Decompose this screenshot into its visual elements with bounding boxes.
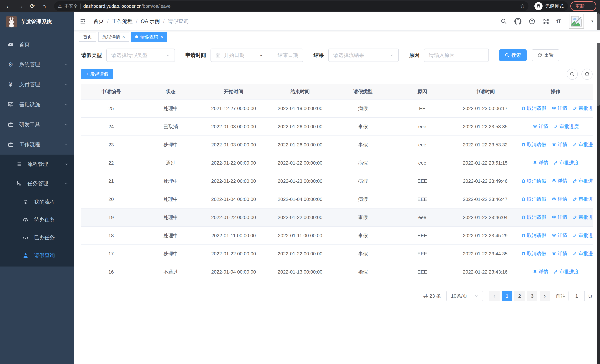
action-detail[interactable]: 详情 xyxy=(532,123,548,130)
table-cell: 16 xyxy=(81,263,141,281)
refresh-table-button[interactable] xyxy=(581,69,593,80)
sidebar-item-home[interactable]: 首页 xyxy=(0,35,74,55)
action-approval-progress[interactable]: 审批进度 xyxy=(572,214,593,221)
sidebar-item-devtools[interactable]: 研发工具 xyxy=(0,114,74,135)
table-row: 22通过2022-01-22 00:00:002022-01-22 00:00:… xyxy=(81,154,593,172)
action-approval-progress[interactable]: 审批进度 xyxy=(553,159,579,166)
create-leave-button[interactable]: + 发起请假 xyxy=(81,69,113,79)
sidebar-item-infra[interactable]: 基础设施 xyxy=(0,94,74,114)
reason-input[interactable] xyxy=(429,52,484,58)
breadcrumb-item[interactable]: 首页 xyxy=(94,18,104,25)
action-detail[interactable]: 详情 xyxy=(552,214,567,220)
security-label[interactable]: 不安全 xyxy=(65,3,78,9)
row-actions: 取消请假详情审批进度 xyxy=(518,190,593,208)
action-detail[interactable]: 详情 xyxy=(552,105,567,111)
next-page-button[interactable]: › xyxy=(540,291,550,301)
table-row: 19处理中2022-01-22 00:00:002022-01-22 00:00… xyxy=(81,208,593,226)
browser-reload-icon[interactable]: ⟳ xyxy=(28,1,37,11)
action-detail[interactable]: 详情 xyxy=(552,196,567,202)
action-cancel-leave[interactable]: 取消请假 xyxy=(521,214,546,221)
action-cancel-leave[interactable]: 取消请假 xyxy=(521,178,546,184)
table-row: 18处理中2022-01-11 00:00:002022-01-11 00:00… xyxy=(81,226,593,245)
action-approval-progress[interactable]: 审批进度 xyxy=(572,141,593,148)
close-icon[interactable]: × xyxy=(160,34,163,39)
browser-home-icon[interactable]: ⌂ xyxy=(39,1,49,11)
sidebar-item-payment[interactable]: ¥ 支付管理 xyxy=(0,75,74,94)
page-button-2[interactable]: 2 xyxy=(514,291,525,301)
briefcase-icon xyxy=(7,141,14,148)
leave-type-select[interactable]: 请选择请假类型 xyxy=(106,48,175,62)
caret-down-icon[interactable]: ▾ xyxy=(591,19,593,24)
apply-time-range-picker[interactable]: 开始日期 - 结束日期 xyxy=(210,48,303,62)
action-approval-progress[interactable]: 审批进度 xyxy=(572,178,593,184)
table-cell: 2022-01-22 23:43:16 xyxy=(452,263,518,281)
result-select[interactable]: 请选择流结果 xyxy=(328,48,399,62)
sidebar-item-workflow[interactable]: 工作流程 xyxy=(0,135,74,155)
reset-button[interactable]: 重置 xyxy=(532,49,559,61)
help-icon[interactable]: ? xyxy=(528,18,536,25)
tab-process-detail[interactable]: 流程详情 × xyxy=(98,32,129,42)
scrollbar[interactable] xyxy=(597,12,600,364)
table-cell: eee xyxy=(393,208,452,226)
browser-update-button[interactable]: 更新 ⋮ xyxy=(570,1,596,11)
action-cancel-leave[interactable]: 取消请假 xyxy=(521,250,546,257)
goto-page-input[interactable] xyxy=(569,291,585,301)
sidebar-fold-icon[interactable] xyxy=(79,17,87,25)
search-icon[interactable] xyxy=(500,18,507,25)
action-detail[interactable]: 详情 xyxy=(552,177,567,184)
table-cell: 2022-01-22 23:53:35 xyxy=(452,118,518,136)
browser-forward-icon[interactable]: → xyxy=(16,1,25,11)
github-icon[interactable] xyxy=(514,18,522,25)
sidebar-item-leave-query[interactable]: 请假查询 xyxy=(0,246,74,264)
prev-page-button[interactable]: ‹ xyxy=(489,291,500,301)
page-size-select[interactable]: 10条/页 xyxy=(446,291,483,301)
sidebar-item-process-mgmt[interactable]: 流程管理 xyxy=(0,155,74,174)
tab-home[interactable]: 首页 xyxy=(79,32,96,42)
page-button-3[interactable]: 3 xyxy=(527,291,537,301)
table-cell: 2021-12-27 00:00:00 xyxy=(200,99,267,118)
action-detail[interactable]: 详情 xyxy=(552,141,567,148)
row-actions: 取消请假详情审批进度 xyxy=(518,172,593,190)
action-cancel-leave[interactable]: 取消请假 xyxy=(521,141,546,148)
action-detail[interactable]: 详情 xyxy=(552,250,567,257)
avatar[interactable] xyxy=(569,14,584,29)
action-approval-progress[interactable]: 审批进度 xyxy=(553,269,579,275)
sidebar-item-system[interactable]: ⚙ 系统管理 xyxy=(0,55,74,75)
sidebar-item-task-mgmt[interactable]: 任务管理 xyxy=(0,174,74,193)
table-cell: 2022-01-22 00:00:00 xyxy=(200,208,267,226)
browser-back-icon[interactable]: ← xyxy=(4,1,13,11)
table-row: 24已取消2022-01-03 00:00:002022-01-26 00:00… xyxy=(81,118,593,136)
app-title: 芋道管理系统 xyxy=(21,18,52,25)
page-button-1[interactable]: 1 xyxy=(502,291,512,301)
sidebar-item-label: 我的流程 xyxy=(34,198,55,205)
breadcrumb-item[interactable]: OA 示例 xyxy=(141,18,160,25)
search-button[interactable]: 搜索 xyxy=(499,49,527,61)
bookmark-star-icon[interactable]: ☆ xyxy=(520,3,525,9)
fullscreen-icon[interactable] xyxy=(542,18,550,25)
action-cancel-leave[interactable]: 取消请假 xyxy=(521,196,546,202)
sidebar-item-done-tasks[interactable]: 已办任务 xyxy=(0,229,74,246)
sidebar-item-todo-tasks[interactable]: 待办任务 xyxy=(0,211,74,229)
action-approval-progress[interactable]: 审批进度 xyxy=(572,105,593,112)
address-bar[interactable]: ⚠ 不安全 dashboard.yudao.iocoder.cn/bpm/oa/… xyxy=(54,1,528,11)
browser-menu-icon[interactable]: ⋮ xyxy=(588,3,592,9)
action-cancel-leave[interactable]: 取消请假 xyxy=(521,232,546,239)
action-detail[interactable]: 详情 xyxy=(532,268,548,275)
action-detail[interactable]: 详情 xyxy=(532,159,548,166)
action-detail[interactable]: 详情 xyxy=(552,232,567,239)
action-approval-progress[interactable]: 审批进度 xyxy=(553,123,579,130)
action-approval-progress[interactable]: 审批进度 xyxy=(572,250,593,257)
svg-text:?: ? xyxy=(531,19,533,23)
sidebar-logo[interactable]: 芋道管理系统 xyxy=(0,15,74,28)
action-cancel-leave[interactable]: 取消请假 xyxy=(521,105,546,112)
action-approval-progress[interactable]: 审批进度 xyxy=(572,232,593,239)
font-size-icon[interactable]: tT xyxy=(556,18,561,24)
action-approval-progress[interactable]: 审批进度 xyxy=(572,196,593,202)
table-cell: 23 xyxy=(81,136,141,154)
sidebar-item-my-process[interactable]: 我的流程 xyxy=(0,193,74,211)
tab-leave-query[interactable]: 请假查询 × xyxy=(131,32,167,42)
breadcrumb-item[interactable]: 工作流程 xyxy=(112,18,133,25)
close-icon[interactable]: × xyxy=(122,34,125,39)
table-cell: 处理中 xyxy=(141,136,200,154)
toggle-search-button[interactable] xyxy=(567,69,578,80)
